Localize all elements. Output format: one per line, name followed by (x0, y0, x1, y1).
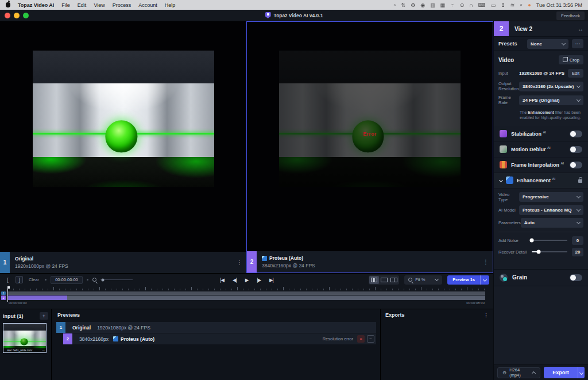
timeline-track-original[interactable] (7, 291, 485, 295)
input-label: Input (498, 71, 519, 76)
zoom-window-button[interactable] (23, 13, 29, 18)
add-noise-slider[interactable] (532, 240, 567, 241)
timeline[interactable]: 1 2 00:00:00:00 00:00:08:03 (0, 286, 493, 309)
close-window-button[interactable] (5, 13, 10, 18)
export-options-button[interactable] (578, 367, 585, 378)
grain-toggle[interactable] (570, 274, 582, 281)
export-button[interactable]: Export (544, 367, 585, 378)
filter-row-grain[interactable]: Grain (494, 269, 588, 286)
tray-icon-1[interactable]: ◔ (393, 2, 396, 8)
preview-name: Proteus (Auto) (121, 336, 154, 342)
tray-icon-8[interactable]: ⊙ (460, 2, 465, 8)
input-thumbnail[interactable]: ...ater helix_wide.mov ⋯ (3, 323, 47, 353)
presets-more-button[interactable]: ⋯ (572, 39, 583, 48)
menu-file[interactable]: File (61, 2, 70, 8)
tray-icon-2[interactable]: ⇅ (401, 2, 406, 8)
timeline-badge-2: 2 (1, 295, 6, 300)
remove-preview-button[interactable]: × (357, 335, 365, 343)
export-format-button[interactable]: ⚙ H264 (mp4) (497, 367, 540, 378)
tray-icon-9[interactable]: ∩ (469, 2, 473, 8)
split-view-button[interactable] (389, 276, 399, 284)
view-menu-icon[interactable]: ⋮ (237, 259, 246, 266)
tray-icon-3[interactable]: ⚙ (411, 2, 415, 8)
skip-to-start-button[interactable]: |◀ (220, 277, 224, 283)
exports-menu-icon[interactable]: ⋮ (483, 312, 489, 318)
enhancement-note: The Enhancement filter has been enabled … (520, 110, 584, 121)
tray-icon-15[interactable]: ● (528, 2, 531, 8)
output-resolution-select[interactable]: 3840x2160 (2x Upscale) (519, 82, 583, 91)
frame-rate-select[interactable]: 24 FPS (Original) (519, 95, 583, 105)
filter-row-frame-interpolation[interactable]: Frame Interpolation AI (494, 158, 588, 172)
minimize-window-button[interactable] (14, 13, 20, 18)
filter-row-motion-deblur[interactable]: Motion Deblur AI (494, 142, 588, 157)
timecode-input[interactable]: 00:00:00:00 (51, 276, 83, 284)
timeline-track-proteus[interactable] (7, 295, 485, 300)
trim-in-button[interactable]: [ (4, 276, 11, 283)
crop-button[interactable]: Crop (559, 55, 583, 64)
side-by-side-view-button[interactable] (369, 276, 379, 284)
preview-button[interactable]: Preview 1s (447, 275, 489, 285)
next-frame-button[interactable]: |▶ (257, 277, 261, 283)
menu-edit[interactable]: Edit (78, 2, 87, 8)
zoom-level-select[interactable]: Fit % (404, 275, 442, 285)
timeline-ruler[interactable] (7, 287, 485, 290)
clear-button[interactable]: Clear (27, 277, 41, 282)
recover-detail-value[interactable]: 20 (572, 248, 583, 256)
slider-knob[interactable] (537, 250, 541, 254)
menubar-app-name[interactable]: Topaz Video AI (18, 2, 54, 8)
trim-out-button[interactable]: ] (16, 276, 23, 283)
frame-interpolation-toggle[interactable] (570, 162, 582, 168)
view-menu-icon[interactable]: ⋮ (483, 259, 493, 265)
spotlight-icon[interactable]: ⌕ (520, 2, 523, 8)
panel-resize-icon[interactable]: ↔ (578, 26, 588, 32)
scene-floor (33, 157, 214, 187)
add-input-button[interactable]: + (40, 312, 48, 320)
render-error-text: Error (363, 131, 377, 137)
filter-row-stabilization[interactable]: Stabilization AI (494, 126, 588, 141)
skip-to-end-button[interactable]: ▶| (269, 277, 273, 283)
tray-icon-10[interactable]: ⌨ (478, 2, 486, 8)
tray-icon-12[interactable]: ↥ (501, 2, 505, 8)
chevron-down-icon (577, 97, 581, 101)
preview-row-original[interactable]: 1 Original 1920x1080px @ 24 FPS (56, 322, 376, 333)
preview-row-proteus[interactable]: 2 3840x2160px Proteus (Auto) Resolution … (63, 333, 376, 344)
apple-icon[interactable] (6, 2, 10, 7)
marker-prev-icon[interactable] (45, 279, 47, 281)
input-more-icon[interactable]: ⋯ (42, 348, 45, 352)
motion-deblur-toggle[interactable] (570, 146, 582, 153)
add-noise-value[interactable]: 0 (572, 236, 583, 245)
tray-icon-5[interactable]: ▥ (430, 2, 435, 8)
filter-row-enhancement[interactable]: Enhancement AI (494, 173, 588, 188)
presets-select[interactable]: None (527, 39, 568, 49)
marker-next-icon[interactable] (87, 279, 88, 281)
wifi-icon[interactable]: ≋ (510, 2, 515, 8)
menu-help[interactable]: Help (165, 2, 176, 8)
playhead[interactable] (7, 286, 8, 302)
edit-button[interactable]: Edit (568, 69, 583, 78)
collapse-preview-button[interactable]: − (367, 335, 374, 343)
viewer-pane-proteus[interactable]: Error 2 Proteus (Auto) 3840x2160px @ 24 … (246, 21, 493, 273)
recover-detail-slider[interactable] (532, 251, 567, 252)
timeline-zoom-slider[interactable] (100, 279, 133, 280)
menu-account[interactable]: Account (138, 2, 157, 8)
play-button[interactable]: ▶ (245, 277, 249, 283)
lock-icon (578, 179, 582, 183)
tray-icon-7[interactable]: ⁘ (450, 2, 455, 8)
menubar-clock[interactable]: Tue Oct 31 3:56 PM (536, 2, 582, 8)
collapse-chevron-icon[interactable] (499, 178, 503, 182)
single-view-button[interactable] (379, 276, 389, 284)
tray-icon-4[interactable]: ◉ (420, 2, 425, 8)
menu-process[interactable]: Process (113, 2, 131, 8)
parameters-select[interactable]: Auto (521, 218, 583, 228)
viewer-pane-original[interactable]: 1 Original 1920x1080px @ 24 FPS ⋮ (0, 21, 246, 273)
ai-model-select[interactable]: Proteus - Enhance MQ (519, 205, 583, 215)
slider-knob[interactable] (530, 239, 534, 243)
tray-icon-6[interactable]: ▦ (440, 2, 446, 8)
stabilization-toggle[interactable] (570, 130, 582, 137)
previous-frame-button[interactable]: ◀| (233, 277, 237, 283)
feedback-button[interactable]: Feedback (556, 11, 585, 20)
video-type-select[interactable]: Progressive (519, 192, 583, 202)
preview-options-button[interactable] (481, 275, 489, 285)
tray-icon-11[interactable]: ▭ (491, 2, 496, 8)
menu-view[interactable]: View (94, 2, 105, 8)
